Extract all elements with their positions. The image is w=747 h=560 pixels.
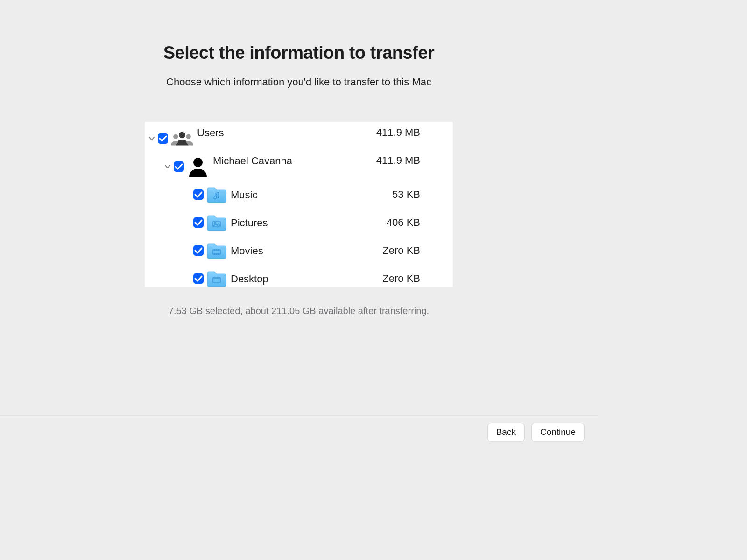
folder-music-icon [206,185,227,204]
tree-size-user: 411.9 MB [376,154,420,167]
page-subtitle: Choose which information you'd like to t… [166,76,431,88]
tree-label-pictures: Pictures [231,217,387,229]
back-button[interactable]: Back [487,423,525,441]
continue-button[interactable]: Continue [531,423,585,441]
checkbox-users[interactable] [158,133,168,144]
tree-row-user[interactable]: Michael Cavanna 411.9 MB [145,153,453,181]
folder-desktop-icon [206,269,227,287]
folder-pictures-icon [206,213,227,232]
tree-row-users[interactable]: Users 411.9 MB [145,125,453,153]
person-icon [187,155,209,178]
checkbox-user[interactable] [174,161,184,172]
main-content: Select the information to transfer Choos… [0,0,598,316]
svg-point-2 [173,134,178,139]
svg-point-3 [186,134,191,139]
tree-row-movies[interactable]: Movies Zero KB [145,237,453,265]
tree-label-user: Michael Cavanna [213,154,376,167]
tree-size-pictures: 406 KB [387,217,420,229]
tree-label-music: Music [231,189,392,201]
users-group-icon [171,127,193,150]
tree-label-desktop: Desktop [231,273,382,285]
checkbox-movies[interactable] [193,245,204,256]
tree-label-users: Users [197,126,376,139]
tree-size-movies: Zero KB [382,245,420,257]
transfer-list[interactable]: Users 411.9 MB Michael Cavanna 411.9 MB [145,122,453,287]
tree-label-movies: Movies [231,245,382,257]
folder-movies-icon [206,241,227,260]
tree-size-desktop: Zero KB [382,273,420,285]
svg-point-6 [215,223,216,224]
checkbox-music[interactable] [193,189,204,200]
tree-row-desktop[interactable]: Desktop Zero KB [145,265,453,287]
checkbox-pictures[interactable] [193,217,204,228]
tree-size-music: 53 KB [392,189,420,201]
chevron-down-icon[interactable] [164,163,171,170]
svg-point-4 [193,158,203,167]
tree-size-users: 411.9 MB [376,126,420,139]
checkbox-desktop[interactable] [193,273,204,284]
tree-row-music[interactable]: Music 53 KB [145,181,453,209]
footer: Back Continue [0,415,598,448]
page-title: Select the information to transfer [163,43,435,63]
tree-row-pictures[interactable]: Pictures 406 KB [145,209,453,237]
svg-point-1 [179,132,185,138]
svg-rect-16 [213,277,220,283]
status-text: 7.53 GB selected, about 211.05 GB availa… [169,306,429,316]
chevron-down-icon[interactable] [148,135,155,142]
